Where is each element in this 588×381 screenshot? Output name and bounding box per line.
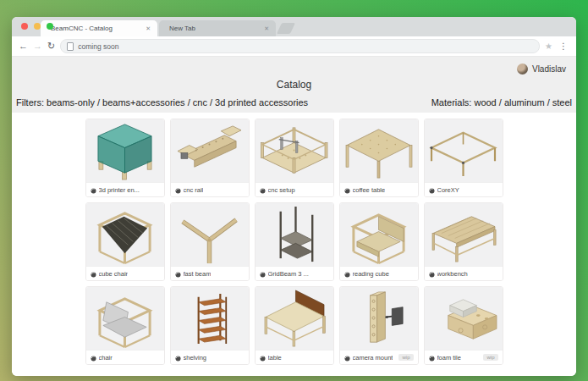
catalog-item-card[interactable]: coffee table [339, 119, 419, 197]
model-3d-icon [429, 350, 435, 365]
bookmark-star-icon[interactable]: ★ [545, 41, 552, 51]
item-name: camera mount [353, 354, 393, 362]
item-name: reading cube [353, 270, 389, 278]
item-thumbnail-chair [86, 287, 164, 350]
status-badge: wip [483, 354, 497, 361]
catalog-item-card[interactable]: table [255, 286, 334, 365]
item-thumbnail-reading-cube [340, 203, 418, 266]
item-thumbnail-shelving [171, 287, 249, 350]
tab-title: BeamCNC - Catalog [51, 25, 140, 32]
model-3d-icon [260, 182, 266, 197]
model-3d-icon [344, 266, 350, 281]
item-caption: shelving [171, 350, 249, 364]
catalog-item-card[interactable]: cnc setup [255, 119, 334, 197]
catalog-area: 3d printer en... c [12, 113, 576, 376]
page-title: Catalog [12, 79, 576, 91]
item-caption: reading cube [340, 266, 418, 280]
item-name: foam tile [437, 354, 461, 362]
item-caption: GridBeam 3 ... [256, 266, 333, 280]
catalog-item-card[interactable]: reading cube [339, 202, 419, 281]
catalog-item-card[interactable]: foam tile wip [424, 286, 503, 365]
status-badge: wip [398, 354, 413, 361]
back-icon[interactable]: ← [19, 41, 28, 51]
item-name: cube chair [99, 270, 129, 278]
avatar[interactable] [517, 64, 528, 75]
item-caption: cnc setup [256, 182, 333, 196]
model-3d-icon [91, 266, 96, 281]
catalog-item-card[interactable]: cube chair [85, 202, 165, 281]
catalog-item-card[interactable]: camera mount wip [339, 286, 419, 365]
browser-toolbar: ← → ↻ coming soon ★ ⋮ [12, 36, 576, 57]
model-3d-icon [260, 350, 266, 365]
materials-links[interactable]: Materials: wood / aluminum / steel [431, 97, 572, 108]
reload-icon[interactable]: ↻ [47, 41, 55, 51]
item-caption: cube chair [86, 266, 164, 280]
forward-icon[interactable]: → [33, 41, 42, 51]
item-thumbnail-foam-tile [425, 287, 503, 350]
catalog-item-card[interactable]: 3d printer en... [85, 119, 165, 197]
catalog-item-card[interactable]: shelving [170, 286, 250, 365]
model-3d-icon [175, 182, 181, 197]
item-name: coffee table [353, 186, 386, 194]
model-3d-icon [91, 182, 96, 197]
item-thumbnail-workbench [425, 203, 503, 266]
catalog-item-card[interactable]: fast beam [170, 202, 250, 281]
catalog-item-card[interactable]: CoreXY [424, 119, 503, 197]
catalog-item-card[interactable]: workbench [424, 202, 503, 281]
item-name: fast beam [184, 270, 212, 278]
item-name: 3d printer en... [99, 186, 140, 194]
page-icon [67, 42, 74, 51]
catalog-grid: 3d printer en... c [12, 119, 576, 365]
item-thumbnail-coffee-table [340, 119, 418, 182]
item-name: CoreXY [437, 186, 459, 194]
item-caption: cnc rail [171, 182, 249, 196]
item-name: table [268, 354, 282, 362]
user-row[interactable]: Vladislav [12, 61, 576, 75]
browser-menu-icon[interactable]: ⋮ [558, 41, 569, 51]
close-tab-icon[interactable]: ✕ [264, 25, 269, 32]
item-caption: CoreXY [425, 182, 503, 196]
item-caption: foam tile wip [425, 350, 503, 364]
item-name: GridBeam 3 ... [268, 270, 309, 278]
model-3d-icon [429, 266, 435, 281]
catalog-item-card[interactable]: cnc rail [170, 119, 250, 197]
item-thumbnail-table [256, 287, 333, 350]
model-3d-icon [429, 182, 435, 197]
model-3d-icon [260, 266, 266, 281]
tab-title: New Tab [169, 25, 259, 32]
close-tab-icon[interactable]: ✕ [146, 25, 151, 32]
window-controls [21, 23, 53, 30]
item-thumbnail-3d-printer-enclosure [86, 119, 164, 182]
filters-links[interactable]: Filters: beams-only / beams+accessories … [16, 97, 308, 108]
tab-new-tab[interactable]: New Tab ✕ [159, 20, 276, 36]
model-3d-icon [344, 350, 350, 365]
item-thumbnail-corexy [425, 119, 503, 182]
item-thumbnail-gridbeam [256, 203, 333, 266]
item-caption: 3d printer en... [86, 182, 164, 196]
item-name: chair [99, 354, 113, 362]
minimize-window-icon[interactable] [34, 23, 41, 30]
catalog-item-card[interactable]: chair [85, 286, 165, 365]
new-tab-button[interactable] [277, 23, 295, 34]
item-name: shelving [184, 354, 207, 362]
address-bar[interactable]: coming soon [60, 39, 540, 53]
tab-bar: BeamCNC - Catalog ✕ New Tab ✕ [12, 17, 576, 36]
maximize-window-icon[interactable] [47, 23, 53, 30]
item-thumbnail-cube-chair [86, 203, 164, 266]
filter-row: Filters: beams-only / beams+accessories … [12, 97, 576, 113]
catalog-item-card[interactable]: GridBeam 3 ... [255, 202, 334, 281]
item-thumbnail-fast-beam [171, 203, 249, 266]
browser-window: BeamCNC - Catalog ✕ New Tab ✕ ← → ↻ comi… [12, 17, 576, 376]
item-caption: workbench [425, 266, 503, 280]
user-name: Vladislav [532, 64, 566, 74]
page-header: Vladislav Catalog Filters: beams-only / … [12, 57, 576, 113]
model-3d-icon [91, 350, 96, 365]
address-text: coming soon [78, 42, 118, 51]
item-name: cnc rail [184, 186, 204, 194]
item-thumbnail-camera-mount [340, 287, 418, 350]
close-window-icon[interactable] [21, 23, 28, 30]
tab-beamcnc-catalog[interactable]: BeamCNC - Catalog ✕ [41, 20, 157, 36]
item-name: cnc setup [268, 186, 295, 194]
item-caption: table [256, 350, 333, 364]
item-caption: camera mount wip [340, 350, 418, 364]
